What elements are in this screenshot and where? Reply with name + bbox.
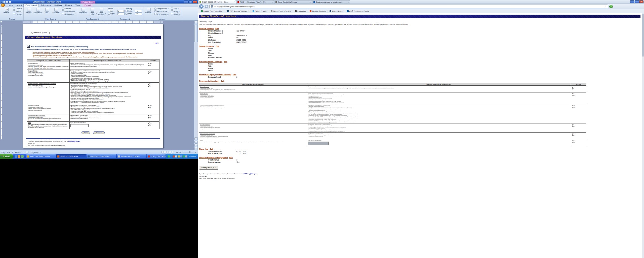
minimize-button[interactable]: — bbox=[630, 0, 634, 3]
radio-no[interactable] bbox=[148, 86, 149, 87]
help-email-link[interactable]: GGSHelp@bls.gov bbox=[68, 140, 80, 142]
select-browse-object-icon[interactable]: ● bbox=[194, 144, 198, 147]
browser-tab[interactable]: RUSH - "Headlong Flight" - Of...× bbox=[236, 0, 274, 4]
help-email-link[interactable]: GGSHelp@bls.gov bbox=[244, 173, 257, 175]
radio-yes[interactable] bbox=[148, 123, 149, 124]
edit-link[interactable]: Edit bbox=[221, 80, 224, 82]
spinner-arrows-icon[interactable]: ▲▼ bbox=[141, 10, 142, 12]
before-spinner-input[interactable]: 0 pt▲▼ bbox=[135, 10, 142, 12]
bookmark-item[interactable]: Citi® Commercial Cards bbox=[345, 10, 371, 13]
scroll-down-icon[interactable]: ▼ bbox=[194, 137, 198, 140]
taskbar-button[interactable]: Screenshots - Microsoft ... bbox=[87, 154, 116, 158]
radio-yes[interactable] bbox=[572, 105, 573, 106]
restore-button[interactable]: □ bbox=[188, 1, 193, 3]
radio-yes[interactable] bbox=[148, 115, 149, 116]
edit-link[interactable]: Edit bbox=[224, 61, 227, 62]
tray-icon[interactable] bbox=[180, 155, 182, 157]
bookmark-star-icon[interactable]: ☆ bbox=[605, 5, 607, 8]
zoom-level[interactable]: 110% bbox=[176, 151, 181, 153]
radio-yes[interactable] bbox=[572, 93, 573, 94]
radio-no[interactable] bbox=[148, 125, 149, 126]
tray-icon[interactable] bbox=[173, 155, 175, 157]
radio-no[interactable] bbox=[572, 126, 573, 127]
ribbon-tab-view[interactable]: View bbox=[74, 4, 82, 7]
radio-no[interactable] bbox=[572, 95, 573, 96]
radio-yes[interactable] bbox=[148, 84, 149, 85]
taskbar-button[interactable]: Inbox - Microsoft Outlook bbox=[26, 154, 56, 158]
scroll-up-icon[interactable]: ▲ bbox=[194, 21, 198, 24]
tab-stop-selector[interactable] bbox=[0, 21, 2, 23]
back-icon[interactable]: ◀ bbox=[199, 4, 204, 9]
page-indicator[interactable]: Page: 7 of 13 bbox=[2, 151, 13, 153]
taskbar-button[interactable]: Green Goods & Servic... bbox=[56, 154, 86, 158]
ribbon-tab-review[interactable]: Review bbox=[64, 4, 74, 7]
ribbon-tab-format[interactable]: Format bbox=[83, 4, 93, 7]
describe-textbox[interactable] bbox=[70, 124, 89, 127]
spinner-arrows-icon[interactable]: ▲▼ bbox=[123, 10, 124, 12]
vertical-scrollbar[interactable]: ▲ ▼ ▲ ● ▼ bbox=[194, 21, 198, 150]
taskbar-button[interactable]: 146.142.40.39 - Citrix o... bbox=[117, 154, 146, 158]
radio-yes[interactable] bbox=[148, 71, 149, 72]
bookmark-item[interactable]: Instapaper bbox=[293, 10, 308, 13]
align-button[interactable]: Align▾ bbox=[171, 7, 180, 10]
edit-link[interactable]: Edit bbox=[233, 74, 236, 76]
margins-button[interactable]: Margins▾ bbox=[25, 7, 33, 14]
radio-yes[interactable] bbox=[572, 140, 573, 141]
quick-launch-icon[interactable] bbox=[15, 155, 17, 158]
ribbon-tab-home[interactable]: Home bbox=[6, 4, 15, 7]
view-mode-icon[interactable] bbox=[172, 151, 174, 153]
view-mode-icon[interactable] bbox=[164, 151, 166, 153]
page-borders-button[interactable]: Page Borders▾ bbox=[97, 7, 106, 15]
spellcheck-icon[interactable]: ✓ bbox=[26, 151, 28, 153]
size-button[interactable]: Size▾ bbox=[43, 7, 51, 14]
office-button[interactable] bbox=[1, 3, 5, 7]
position-button[interactable]: Position▾ bbox=[144, 7, 153, 14]
ribbon-tab-insert[interactable]: Insert bbox=[15, 4, 23, 7]
close-button[interactable]: × bbox=[193, 1, 197, 3]
bookmark-item[interactable]: Blog do Torcedor bbox=[308, 10, 328, 13]
radio-yes[interactable] bbox=[572, 134, 573, 135]
tray-icon[interactable] bbox=[183, 155, 185, 157]
zoom-in-icon[interactable]: + bbox=[195, 151, 196, 153]
logout-link[interactable]: Logout bbox=[155, 42, 159, 44]
browser-scrollbar[interactable] bbox=[642, 13, 644, 258]
scrollbar-thumb[interactable] bbox=[194, 24, 198, 42]
radio-no[interactable] bbox=[148, 117, 149, 118]
site-identity-shield-icon[interactable] bbox=[211, 5, 213, 8]
tray-icon[interactable] bbox=[170, 155, 172, 157]
go-icon[interactable]: → bbox=[609, 5, 613, 8]
tray-icon[interactable] bbox=[175, 155, 177, 157]
radio-no[interactable] bbox=[148, 107, 149, 108]
edit-link[interactable]: Edit bbox=[210, 148, 213, 150]
horizontal-ruler[interactable] bbox=[3, 21, 194, 23]
edit-link[interactable]: Edit bbox=[229, 157, 233, 158]
bookmark-item[interactable]: Brandt Survey System bbox=[269, 10, 293, 13]
radio-no[interactable] bbox=[572, 135, 573, 136]
radio-yes[interactable] bbox=[572, 87, 573, 88]
ribbon-tab-references[interactable]: References bbox=[39, 4, 53, 7]
bookmark-item[interactable]: Union Station bbox=[328, 10, 345, 13]
rotate-button[interactable]: Rotate▾ bbox=[171, 13, 180, 15]
ribbon-tab-mailings[interactable]: Mailings bbox=[53, 4, 63, 7]
next-page-icon[interactable]: ▼ bbox=[194, 147, 198, 150]
radio-no[interactable] bbox=[572, 142, 573, 143]
save-icon[interactable] bbox=[3, 1, 6, 3]
redo-icon[interactable] bbox=[9, 1, 11, 3]
ribbon-tab-page-layout[interactable]: Page Layout bbox=[23, 4, 39, 7]
address-bar[interactable]: https://ggsdatat.bls.gov/GGS/showSummary… bbox=[209, 5, 608, 8]
right-spinner-input[interactable]: 0"▲▼ bbox=[117, 12, 125, 15]
undo-icon[interactable] bbox=[6, 1, 8, 3]
radio-yes[interactable] bbox=[148, 105, 149, 106]
minimize-button[interactable]: — bbox=[184, 1, 188, 3]
browser-tab[interactable]: Drew Curtis' FARK.com× bbox=[274, 0, 312, 4]
start-button[interactable]: start bbox=[0, 154, 13, 159]
dialog-launcher-icon[interactable] bbox=[129, 18, 130, 20]
radio-yes[interactable] bbox=[148, 63, 149, 64]
tray-icon[interactable] bbox=[178, 155, 180, 157]
tab-close-icon[interactable]: × bbox=[234, 1, 235, 3]
group-button[interactable]: Group▾ bbox=[171, 10, 180, 13]
view-mode-icon[interactable] bbox=[169, 151, 171, 153]
spinner-arrows-icon[interactable]: ▲▼ bbox=[141, 13, 142, 14]
tray-icon[interactable] bbox=[185, 155, 187, 157]
close-button[interactable]: × bbox=[639, 0, 643, 3]
